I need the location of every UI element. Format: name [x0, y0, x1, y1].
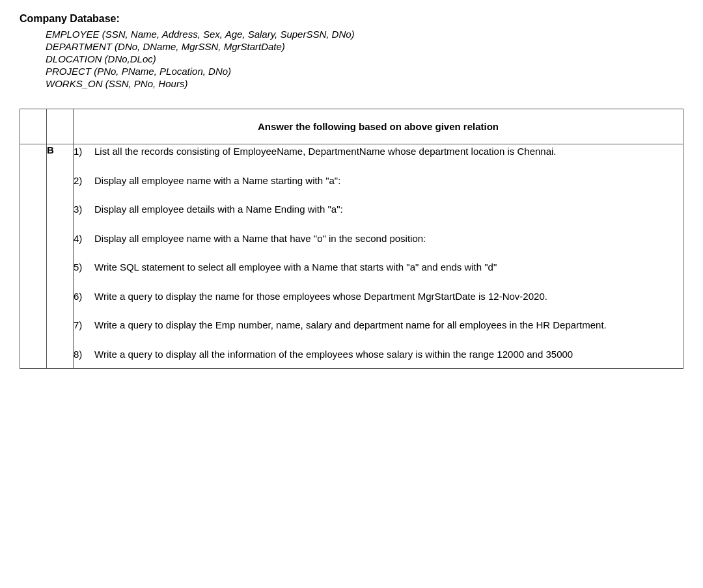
col-empty-1: [20, 109, 47, 144]
q1-number: 1): [74, 144, 94, 159]
table-header-cell: Answer the following based on above give…: [74, 109, 683, 144]
q4-text: Display all employee name with a Name th…: [94, 232, 683, 247]
q8-number: 8): [74, 347, 94, 362]
q6-number: 6): [74, 289, 94, 304]
table-header-text: Answer the following based on above give…: [258, 121, 499, 132]
table-content-row: B 1) List all the records consisting of …: [20, 144, 683, 369]
question-5: 5) Write SQL statement to select all emp…: [74, 260, 683, 275]
q1-text: List all the records consisting of Emplo…: [94, 144, 683, 159]
q2-text: Display all employee name with a Name st…: [94, 174, 683, 189]
header-section: Company Database: EMPLOYEE (SSN, Name, A…: [20, 13, 683, 89]
q8-text: Write a query to display all the informa…: [94, 347, 683, 362]
schema-item-dlocation: DLOCATION (DNo,DLoc): [46, 53, 683, 64]
q7-text: Write a query to display the Emp number,…: [94, 318, 683, 333]
q2-number: 2): [74, 174, 94, 189]
question-8: 8) Write a query to display all the info…: [74, 347, 683, 362]
questions-cell: 1) List all the records consisting of Em…: [74, 144, 683, 369]
q3-number: 3): [74, 202, 94, 217]
q4-number: 4): [74, 232, 94, 247]
col-empty-2: [47, 109, 74, 144]
schema-item-works-on: WORKS_ON (SSN, PNo, Hours): [46, 78, 683, 89]
schema-list: EMPLOYEE (SSN, Name, Address, Sex, Age, …: [20, 29, 683, 89]
q5-text: Write SQL statement to select all employ…: [94, 260, 683, 275]
q5-number: 5): [74, 260, 94, 275]
question-1: 1) List all the records consisting of Em…: [74, 144, 683, 159]
question-3: 3) Display all employee details with a N…: [74, 202, 683, 217]
main-table: Answer the following based on above give…: [20, 109, 683, 369]
schema-item-employee: EMPLOYEE (SSN, Name, Address, Sex, Age, …: [46, 29, 683, 40]
table-header-row: Answer the following based on above give…: [20, 109, 683, 144]
question-2: 2) Display all employee name with a Name…: [74, 174, 683, 189]
questions-list: 1) List all the records consisting of Em…: [74, 144, 683, 362]
q6-text: Write a query to display the name for th…: [94, 289, 683, 304]
row-label: B: [47, 144, 74, 369]
q7-number: 7): [74, 318, 94, 333]
col-empty-left: [20, 144, 47, 369]
schema-item-project: PROJECT (PNo, PName, PLocation, DNo): [46, 66, 683, 77]
question-7: 7) Write a query to display the Emp numb…: [74, 318, 683, 333]
question-4: 4) Display all employee name with a Name…: [74, 232, 683, 247]
question-6: 6) Write a query to display the name for…: [74, 289, 683, 304]
q3-text: Display all employee details with a Name…: [94, 202, 683, 217]
schema-item-department: DEPARTMENT (DNo, DName, MgrSSN, MgrStart…: [46, 41, 683, 52]
header-title: Company Database:: [20, 13, 683, 25]
